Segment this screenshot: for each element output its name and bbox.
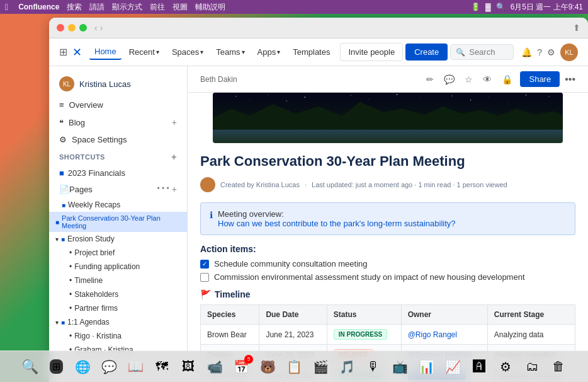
nav-teams[interactable]: Teams ▾ <box>211 45 249 59</box>
content-area: Beth Dakin ✏ 💬 ☆ 👁 🔒 Share ••• <box>188 66 588 382</box>
expand-agendas-icon[interactable]: ▾ <box>55 319 59 326</box>
edit-icon[interactable]: ✏ <box>424 72 436 87</box>
user-avatar[interactable]: KL <box>560 43 578 61</box>
pages-header: 📄 Pages • • • + <box>49 180 187 198</box>
dock-calendar[interactable]: 📅 5 <box>229 355 253 379</box>
dock-books[interactable]: 📖 <box>123 355 147 379</box>
dock-podcasts[interactable]: 🎙 <box>361 355 385 379</box>
checkbox-unchecked-2[interactable] <box>200 273 209 282</box>
col-status: Status <box>327 305 401 325</box>
dock-launchpad[interactable]: ⊞ <box>44 355 68 379</box>
table-row: Brown Bear June 21, 2023 IN PROGRESS @Ri… <box>201 325 575 345</box>
dock-reminders[interactable]: 📋 <box>282 355 306 379</box>
action-item-2: Commission environmental assessment stud… <box>200 272 575 282</box>
menu-help[interactable]: 輔助説明 <box>195 2 225 13</box>
forward-button[interactable]: › <box>100 23 103 33</box>
star-icon[interactable]: ☆ <box>462 72 475 87</box>
watch-icon[interactable]: 👁 <box>480 72 494 87</box>
dock-appstore[interactable]: 🅰 <box>467 355 491 379</box>
apple-menu[interactable]:  <box>5 2 8 12</box>
dock-video[interactable]: 🎬 <box>308 355 332 379</box>
help-icon[interactable]: ? <box>537 47 542 57</box>
dock-keynote[interactable]: 📈 <box>441 355 465 379</box>
invite-people-button[interactable]: Invite people <box>340 43 403 61</box>
browser-window: ‹ › ⬆ ⊞ ✕ Home Recent ▾ Spaces ▾ Teams ▾… <box>49 18 588 382</box>
expand-erosion-icon[interactable]: ▾ <box>55 236 59 243</box>
dock-bear[interactable]: 🐻 <box>256 355 280 379</box>
sidebar-user-name: Kristina Lucas <box>79 79 131 89</box>
search-bar[interactable]: 🔍 <box>450 44 514 60</box>
create-button[interactable]: Create <box>405 43 448 61</box>
sidebar-shortcut-financials[interactable]: ■ 2023 Financials <box>49 166 187 180</box>
close-button[interactable] <box>57 24 64 32</box>
dock-photos[interactable]: 🖼 <box>176 355 200 379</box>
fullscreen-button[interactable] <box>79 24 87 32</box>
dock-numbers[interactable]: 📊 <box>414 355 438 379</box>
nav-templates[interactable]: Templates <box>288 45 335 59</box>
sidebar-item-blog[interactable]: ❝ Blog + <box>49 113 187 131</box>
grid-icon[interactable]: ⊞ <box>59 46 67 58</box>
share-button[interactable]: Share <box>520 71 560 87</box>
menu-search[interactable]: 搜索 <box>67 2 82 13</box>
search-menubar-icon[interactable]: 🔍 <box>496 3 506 11</box>
comment-icon[interactable]: 💬 <box>441 72 457 87</box>
dock-messages[interactable]: 💬 <box>97 355 121 379</box>
nav-arrows: ‹ › <box>94 23 103 33</box>
add-blog-icon[interactable]: + <box>172 117 177 127</box>
sidebar-page-timeline[interactable]: • Timeline <box>49 274 187 287</box>
pages-options-icon[interactable]: • • • <box>157 184 169 194</box>
dock-facetime[interactable]: 📹 <box>203 355 227 379</box>
menu-item-2[interactable]: 請請 <box>89 2 105 13</box>
sidebar-page-stakeholders[interactable]: • Stakeholders <box>49 287 187 301</box>
sidebar-item-settings[interactable]: ⚙ Space Settings <box>49 131 187 148</box>
page-dot-weekly: ■ <box>62 200 65 209</box>
dock-maps[interactable]: 🗺 <box>150 355 174 379</box>
page-header-bar: Beth Dakin ✏ 💬 ☆ 👁 🔒 Share ••• <box>188 66 588 93</box>
menu-display[interactable]: 顯示方式 <box>112 2 142 13</box>
app-name[interactable]: Confluence <box>18 3 59 11</box>
pages-icon: 📄 <box>59 185 69 194</box>
sidebar-page-conservation[interactable]: ■ Park Conservation 30-Year Plan Meeting <box>49 212 187 232</box>
dock-systemprefs[interactable]: ⚙ <box>494 355 517 379</box>
nav-spaces[interactable]: Spaces ▾ <box>167 45 208 59</box>
minimize-button[interactable] <box>68 24 76 32</box>
owner-mention-1[interactable]: @Rigo Rangel <box>408 330 457 339</box>
dock-trash[interactable]: 🗑 <box>546 355 570 379</box>
dock-appletv[interactable]: 📺 <box>388 355 412 379</box>
more-options-button[interactable]: ••• <box>565 74 575 85</box>
hero-image <box>213 93 563 143</box>
dot-funding: • <box>69 262 72 271</box>
nav-apps[interactable]: Apps ▾ <box>252 45 286 59</box>
meeting-question: How can we best contribute to the park's… <box>218 219 456 228</box>
dock-arboard[interactable]: 🗂 <box>520 355 544 379</box>
dock-finder[interactable]: 🔍 <box>18 355 42 379</box>
cell-stage-1: Analyzing data <box>487 325 575 345</box>
sidebar-page-funding[interactable]: • Funding application <box>49 260 187 274</box>
bell-icon[interactable]: 🔔 <box>521 47 532 57</box>
checkbox-checked-1[interactable]: ✓ <box>200 260 209 269</box>
add-page-icon[interactable]: + <box>172 184 177 194</box>
svg-point-6 <box>420 98 421 98</box>
recent-arrow: ▾ <box>156 49 159 55</box>
settings-icon[interactable]: ⚙ <box>547 47 555 57</box>
menu-goto[interactable]: 前往 <box>150 2 165 13</box>
nav-home[interactable]: Home <box>89 44 122 60</box>
dock-music[interactable]: 🎵 <box>335 355 359 379</box>
confluence-logo[interactable]: ✕ <box>72 45 82 59</box>
sidebar-page-weekly-recaps[interactable]: ■ Weekly Recaps <box>49 198 187 212</box>
search-input[interactable] <box>469 47 508 57</box>
add-shortcut-icon[interactable]: + <box>171 152 177 162</box>
nav-recent[interactable]: Recent ▾ <box>124 45 164 59</box>
col-due-date: Due Date <box>259 305 327 325</box>
browser-share-button[interactable]: ⬆ <box>573 23 580 33</box>
sidebar-item-overview[interactable]: ≡ Overview <box>49 96 187 113</box>
back-button[interactable]: ‹ <box>94 23 98 33</box>
sidebar-page-project-brief[interactable]: • Project brief <box>49 246 187 260</box>
sidebar-page-erosion[interactable]: ▾ ■ Erosion Study <box>49 232 187 246</box>
sidebar-page-rigo-kristina[interactable]: • Rigo · Kristina <box>49 329 187 343</box>
sidebar-page-partners[interactable]: • Partner firms <box>49 301 187 315</box>
sidebar-page-agendas[interactable]: ▾ ■ 1:1 Agendas <box>49 315 187 329</box>
dock-safari[interactable]: 🌐 <box>71 355 94 379</box>
menu-view[interactable]: 視圖 <box>172 2 188 13</box>
restrict-icon[interactable]: 🔒 <box>499 72 515 87</box>
